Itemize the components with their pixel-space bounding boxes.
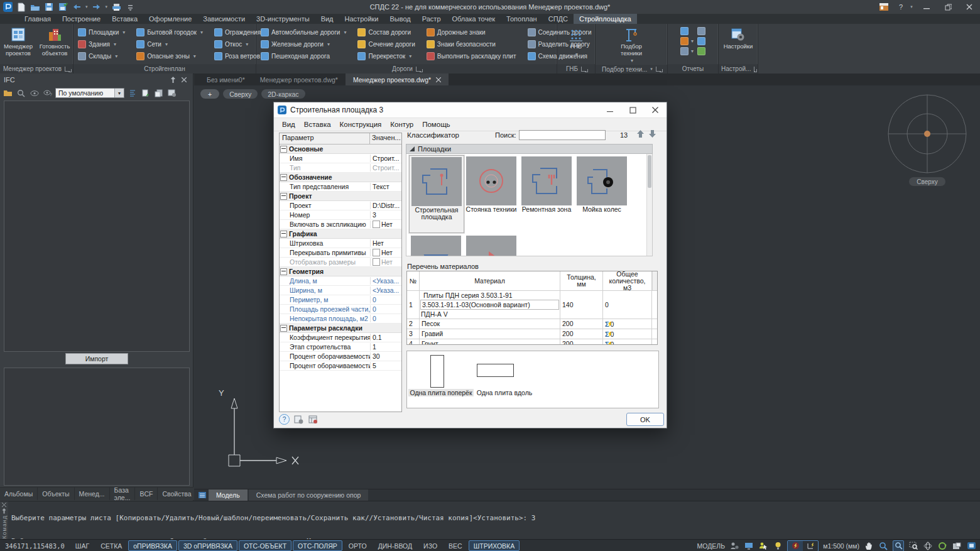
redo-icon[interactable]: [92, 2, 102, 12]
collapse-icon[interactable]: [280, 193, 287, 200]
param-row[interactable]: Коэффициент перекрытия0.1: [280, 333, 401, 342]
tab-nastroyki[interactable]: Настройки: [339, 14, 384, 24]
tab-close-icon[interactable]: [436, 77, 441, 82]
tab-vid[interactable]: Вид: [315, 14, 339, 24]
space-mode-label[interactable]: МОДЕЛЬ: [697, 542, 726, 550]
doc-tab-unnamed[interactable]: Без имени0*: [199, 74, 253, 85]
toggle-izo[interactable]: ИЗО: [418, 540, 442, 551]
close-button[interactable]: [959, 0, 980, 14]
import-button[interactable]: Импорт: [65, 353, 128, 364]
tab-oformlenie[interactable]: Оформление: [143, 14, 197, 24]
ifc-settings-icon[interactable]: [166, 88, 177, 99]
tab-zavisimosti[interactable]: Зависимости: [197, 14, 251, 24]
ribbon-button-opasnye-zony[interactable]: Опасные зоны: [134, 50, 205, 62]
doc-tab-manager-2[interactable]: Менеджер проектов.dwg*: [346, 74, 449, 85]
panel-close-icon[interactable]: [178, 75, 189, 85]
param-row[interactable]: Процент оборачиваемости 2, %5: [280, 361, 401, 371]
param-row[interactable]: ШтриховкаНет: [280, 239, 401, 248]
toggle-setka[interactable]: СЕТКА: [95, 540, 127, 551]
param-row[interactable]: Этап строительства1: [280, 342, 401, 352]
scale-indicator[interactable]: м1:500 (мм): [823, 542, 859, 550]
param-row[interactable]: Тип представленияТекст: [280, 182, 401, 192]
classifier-item-moyka-koles[interactable]: Мойка колес: [575, 155, 629, 213]
param-row[interactable]: Процент оборачиваемости 1, %30: [280, 352, 401, 361]
collapse-icon[interactable]: [280, 231, 287, 237]
param-group-row[interactable]: Графика: [280, 229, 401, 239]
param-group-row[interactable]: Параметры раскладки: [280, 324, 401, 333]
layout-option-along[interactable]: Одна плита вдоль: [470, 389, 539, 396]
layout-tab-shema[interactable]: Схема работ по сооружению опор: [249, 489, 369, 501]
minimize-button[interactable]: [916, 0, 937, 14]
report-grid-icon[interactable]: [697, 47, 705, 55]
checkbox[interactable]: [373, 258, 380, 266]
ribbon-button-sklady[interactable]: Склады: [76, 50, 127, 62]
dialog-maximize-button[interactable]: [621, 102, 644, 117]
collapse-icon[interactable]: [280, 325, 287, 332]
object-readiness-button[interactable]: Готовность объектов: [39, 25, 70, 57]
classifier-scrollbar[interactable]: [646, 154, 652, 256]
command-close-icon[interactable]: [2, 503, 6, 507]
dialog-minimize-button[interactable]: [599, 102, 621, 117]
selection-cycling-icon[interactable]: [758, 541, 768, 551]
print-icon[interactable]: [111, 2, 121, 12]
save-icon[interactable]: [44, 2, 54, 12]
classifier-item-stoyanka-tekhniki[interactable]: Стоянка техники: [464, 155, 518, 213]
tab-albomy[interactable]: Альбомы: [0, 488, 38, 500]
tab-svoystva[interactable]: Свойства: [158, 488, 196, 500]
help-button[interactable]: ?: [895, 0, 907, 14]
param-row[interactable]: ТипСтроит...: [280, 163, 401, 173]
import-file-icon[interactable]: [140, 88, 151, 99]
toggle-3d-oprivyazka[interactable]: 3D оПРИВЯЗКА: [178, 540, 237, 551]
param-row[interactable]: Непокрытая площадь, м20: [280, 314, 401, 324]
toggle-shtrikhovka[interactable]: ШТРИХОВКА: [469, 540, 520, 551]
checkbox[interactable]: [373, 249, 380, 256]
pin-icon[interactable]: [168, 75, 178, 85]
material-row[interactable]: 3 Гравий 200 Σ0: [407, 329, 657, 339]
restore-button[interactable]: [937, 0, 959, 14]
ribbon-button-sechenie-dorogi[interactable]: Сечение дороги: [356, 38, 416, 50]
collapse-icon[interactable]: [280, 268, 287, 275]
report-table-icon[interactable]: [680, 47, 689, 55]
ribbon-button-dorozhnye-znaki[interactable]: Дорожные знаки: [425, 26, 518, 38]
tab-spds[interactable]: СПДС: [543, 14, 574, 24]
ok-button[interactable]: OK: [626, 413, 664, 426]
report-doc-icon[interactable]: [697, 37, 705, 45]
toggle-din-vvod[interactable]: ДИН-ВВОД: [373, 540, 417, 551]
param-row[interactable]: Номер3: [280, 210, 401, 220]
ribbon-button-zdaniya[interactable]: Здания: [76, 38, 127, 50]
dialog-launcher-icon[interactable]: [754, 67, 755, 72]
ribbon-button-raskladka-plit[interactable]: Выполнить раскладку плит: [425, 50, 518, 62]
dialog-launcher-icon[interactable]: [656, 67, 661, 72]
material-row[interactable]: 4 Грунт 200 Σ0: [407, 339, 657, 345]
ribbon-button-perekrestok[interactable]: Перекресток: [356, 50, 416, 62]
regen-icon[interactable]: [937, 541, 947, 551]
navigation-compass[interactable]: [885, 92, 970, 177]
ribbon-button-bytovoy-gorodok[interactable]: Бытовой городок: [134, 26, 205, 38]
tab-oblaka-tochek[interactable]: Облака точек: [447, 14, 501, 24]
collapse-icon[interactable]: [280, 174, 287, 181]
tab-vyvod[interactable]: Вывод: [384, 14, 416, 24]
tab-baza-elementov[interactable]: База эле...: [110, 488, 136, 500]
fullscreen-icon[interactable]: [966, 541, 976, 551]
qat-customize-icon[interactable]: [125, 2, 135, 12]
toggle-ots-polyar[interactable]: ОТС-ПОЛЯР: [293, 540, 342, 551]
ribbon-button-seti[interactable]: Сети: [134, 38, 205, 50]
view-direction-pill[interactable]: Сверху: [223, 89, 258, 99]
tab-topoplan[interactable]: Топоплан: [501, 14, 543, 24]
ifc-view-combobox[interactable]: По умолчанию▾: [55, 88, 124, 98]
layout-tab-model[interactable]: Модель: [209, 489, 248, 501]
materials-scrollbar[interactable]: [652, 271, 657, 290]
classifier-item-extra-2[interactable]: [464, 234, 518, 256]
dialog-launcher-icon[interactable]: [416, 67, 421, 72]
sort-icon[interactable]: [127, 88, 138, 99]
ribbon-button-peshekhodnaya[interactable]: Пешеходная дорога: [259, 50, 348, 62]
dialog-launcher-icon[interactable]: [65, 67, 70, 72]
ifc-open-folder-icon[interactable]: [3, 88, 13, 99]
checkbox[interactable]: [373, 221, 380, 228]
dialog-help-icon[interactable]: ?: [279, 414, 290, 425]
dialog-menu-vstavka[interactable]: Вставка: [300, 121, 335, 128]
param-row[interactable]: ПроектD:\Distr...: [280, 201, 401, 210]
report-window-icon[interactable]: [697, 27, 705, 35]
open-file-icon[interactable]: [30, 2, 40, 12]
param-group-row[interactable]: Основные: [280, 145, 401, 154]
